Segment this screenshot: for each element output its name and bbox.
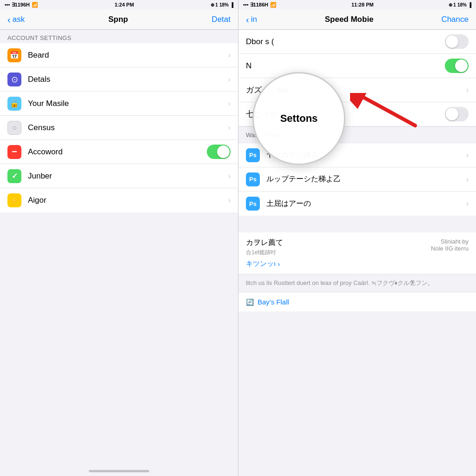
- ps-icon: Ps: [246, 148, 260, 162]
- list-item[interactable]: ✓ Junber ›: [0, 164, 238, 188]
- calendar-icon: 📅: [7, 48, 21, 62]
- list-item[interactable]: Ps ルッブテーシた梯よ乙 ›: [238, 167, 476, 192]
- details-icon: ⊙: [7, 73, 21, 86]
- chevron-right-icon: ›: [228, 124, 231, 132]
- ps-icon: Ps: [246, 197, 260, 211]
- item-label-aigor: Aigor: [28, 196, 228, 205]
- wifi-icon: 📶: [32, 2, 38, 8]
- item-label-junber: Junber: [28, 172, 228, 181]
- list-item[interactable]: Ps 土屈はアーの ›: [238, 192, 476, 216]
- minus-icon: −: [7, 145, 21, 159]
- account-settings-header: Account Settings: [0, 30, 238, 43]
- bottom-link-label[interactable]: Bay's Flall: [258, 298, 289, 306]
- dbors-row[interactable]: Dbor s (: [238, 30, 476, 54]
- right-nav-action[interactable]: Chance: [441, 15, 469, 24]
- app-label-2: ルッブテーシた梯よ乙: [266, 174, 466, 184]
- info-row: カヲレ薦て 合1ef鑑跡吋 Sliniaht·by Nole IIG·iterr…: [246, 238, 469, 257]
- list-item[interactable]: Ps ヤッカイン踊る ›: [238, 143, 476, 167]
- accoword-toggle[interactable]: [207, 145, 231, 159]
- right-battery: ⊕ 1 18% ▐: [449, 2, 471, 7]
- n-row[interactable]: N: [238, 54, 476, 78]
- n-toggle[interactable]: [445, 59, 469, 73]
- chevron-right-icon: ›: [466, 175, 469, 184]
- right-battery-icon: ▐: [468, 2, 471, 7]
- toggle-thumb: [217, 145, 230, 158]
- ps-icon: Ps: [246, 172, 260, 186]
- info-section: カヲレ薦て 合1ef鑑跡吋 Sliniaht·by Nole IIG·iterr…: [238, 232, 476, 274]
- list-item[interactable]: ⊙ Detals ›: [0, 67, 238, 92]
- info-side-label2: Nole IIG·iterru: [431, 245, 469, 252]
- chevron-right-icon: ›: [466, 86, 469, 94]
- left-nav-title: Spnp: [108, 15, 128, 24]
- home-indicator: [89, 470, 149, 472]
- chevron-right-icon: ›: [228, 172, 231, 180]
- dbors-toggle[interactable]: [445, 34, 469, 49]
- right-status-bar: ••• ∃1186H 📶 11:28 PM ⊕ 1 18% ▐: [238, 0, 476, 9]
- list-item[interactable]: − Accoword: [0, 140, 238, 164]
- left-status-bar: ••• ∃1196H 📶 1:24 PM ⊕ 1 18% ▐: [0, 0, 238, 9]
- chevron-right-icon: ›: [228, 51, 231, 60]
- item-label-accoword: Accoword: [28, 147, 207, 157]
- gaz-ble-label: ガズ ble: [246, 85, 466, 95]
- link-chevron-icon: ›: [278, 260, 280, 268]
- list-item[interactable]: ○ Census ›: [0, 116, 238, 140]
- gaz-ble-row[interactable]: ガズ ble ›: [238, 78, 476, 102]
- info-link[interactable]: キツンッı ›: [246, 259, 469, 268]
- settings-list: 📅 Beard › ⊙ Detals › 🔒 Your Masile › ○ C…: [0, 43, 238, 212]
- info-side-label1: Sliniaht·by: [431, 238, 469, 245]
- info-desc: litch us lis Rusttert duert on leax of p…: [238, 274, 476, 292]
- right-settings-list: Dbor s ( N ガズ ble › 七なうかんレ: [238, 30, 476, 126]
- left-nav-bar: ‹ ask Spnp Detat: [0, 9, 238, 30]
- battery-icon: ▐: [230, 2, 233, 7]
- item-label-detals: Detals: [28, 75, 228, 84]
- info-sub-label: 合1ef鑑跡吋: [246, 249, 283, 257]
- chevron-right-icon: ›: [228, 196, 231, 205]
- back-chevron-icon: ‹: [7, 15, 11, 24]
- n-label: N: [246, 61, 445, 71]
- wask-thrager-header: Wask Thrager: [238, 126, 476, 143]
- spacer: [238, 216, 476, 232]
- left-back-button[interactable]: ‹ ask: [7, 15, 25, 24]
- right-back-chevron-icon: ‹: [246, 15, 249, 24]
- chevron-right-icon: ›: [228, 75, 231, 84]
- left-battery: ⊕ 1 18% ▐: [211, 2, 233, 7]
- right-panel: ••• ∃1186H 📶 11:28 PM ⊕ 1 18% ▐ ‹ in Spe…: [238, 0, 476, 476]
- chevron-right-icon: ›: [466, 199, 469, 208]
- lock-icon: 🔒: [7, 97, 21, 111]
- right-nav-title: Speed Mobie: [325, 15, 374, 24]
- circle-icon: ○: [7, 121, 21, 135]
- toggle-thumb: [446, 108, 458, 120]
- right-back-button[interactable]: ‹ in: [246, 15, 257, 24]
- settons-row[interactable]: 七なうかんレ: [238, 102, 476, 126]
- settons-toggle[interactable]: [445, 107, 469, 121]
- bottom-link-icon: 🔄: [246, 298, 254, 306]
- app-label-1: ヤッカイン踊る: [266, 150, 466, 160]
- left-time: 1:24 PM: [115, 2, 134, 7]
- chevron-right-icon: ›: [466, 151, 469, 159]
- info-side: Sliniaht·by Nole IIG·iterru: [431, 238, 469, 252]
- toggle-thumb: [446, 35, 458, 48]
- toggle-thumb: [455, 60, 468, 72]
- info-main: カヲレ薦て 合1ef鑑跡吋: [246, 238, 283, 257]
- back-label: ask: [13, 15, 25, 24]
- right-time: 11:28 PM: [351, 2, 374, 7]
- settons-label: 七なうかんレ: [246, 109, 445, 119]
- list-item[interactable]: 🔒 Your Masile ›: [0, 92, 238, 116]
- check-icon: ✓: [7, 169, 21, 183]
- bolt-icon: ⚡: [7, 193, 21, 207]
- item-label-census: Census: [28, 123, 228, 132]
- left-nav-action[interactable]: Detat: [212, 15, 231, 24]
- list-item[interactable]: ⚡ Aigor ›: [0, 188, 238, 212]
- list-item[interactable]: 📅 Beard ›: [0, 43, 238, 67]
- item-label-masile: Your Masile: [28, 99, 228, 108]
- right-back-label: in: [251, 15, 257, 24]
- bottom-link-row[interactable]: 🔄 Bay's Flall: [238, 292, 476, 311]
- right-wifi-icon: 📶: [270, 2, 277, 8]
- info-main-label: カヲレ薦て: [246, 238, 283, 248]
- dbors-label: Dbor s (: [246, 37, 445, 46]
- left-panel: ••• ∃1196H 📶 1:24 PM ⊕ 1 18% ▐ ‹ ask Spn…: [0, 0, 238, 476]
- app-list: Ps ヤッカイン踊る › Ps ルッブテーシた梯よ乙 › Ps 土屈はアーの ›: [238, 143, 476, 216]
- right-nav-bar: ‹ in Speed Mobie Chance: [238, 9, 476, 30]
- item-label-beard: Beard: [28, 51, 228, 60]
- chevron-right-icon: ›: [228, 99, 231, 108]
